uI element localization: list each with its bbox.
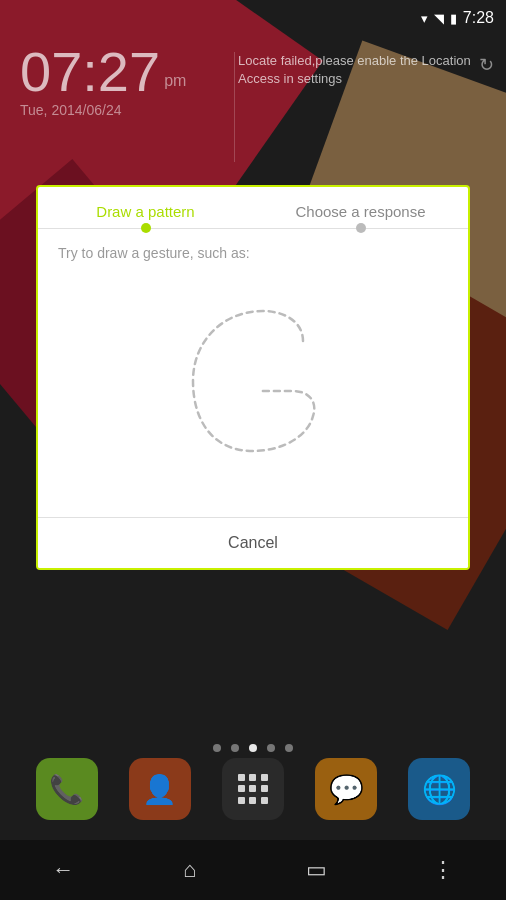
contacts-icon: 👤 (142, 773, 177, 806)
wifi-icon: ▾ (421, 11, 428, 26)
location-error: Locate failed,please enable the Location… (238, 52, 494, 88)
clock-divider (234, 52, 235, 162)
app-contacts[interactable]: 👤 (129, 758, 191, 820)
tab-draw-pattern[interactable]: Draw a pattern (38, 187, 253, 228)
gesture-modal: Draw a pattern Choose a response Try to … (36, 185, 470, 570)
gesture-svg (143, 291, 363, 491)
status-bar: ▾ ◥ ▮ 7:28 (0, 0, 506, 36)
tab-choose-response-label: Choose a response (295, 203, 425, 220)
browser-icon: 🌐 (422, 773, 457, 806)
modal-tabs: Draw a pattern Choose a response (38, 187, 468, 229)
refresh-icon[interactable]: ↻ (479, 54, 494, 76)
grid-icon (238, 774, 268, 804)
phone-icon: 📞 (49, 773, 84, 806)
app-grid[interactable] (222, 758, 284, 820)
location-error-text: Locate failed,please enable the Location… (238, 52, 471, 88)
more-button[interactable]: ⋮ (418, 850, 468, 890)
clock-main: 07:27 pm (20, 44, 186, 100)
battery-icon: ▮ (450, 11, 457, 26)
clock-time: 07:27 (20, 44, 160, 100)
recents-icon: ▭ (306, 857, 327, 883)
chat-icon: 💬 (329, 773, 364, 806)
clock-ampm: pm (164, 72, 186, 90)
app-dock: 📞 👤 💬 🌐 (0, 748, 506, 830)
app-browser[interactable]: 🌐 (408, 758, 470, 820)
cancel-label: Cancel (228, 534, 278, 551)
recents-button[interactable]: ▭ (291, 850, 341, 890)
modal-content: Try to draw a gesture, such as: (38, 229, 468, 517)
back-icon: ← (52, 857, 74, 883)
cancel-button[interactable]: Cancel (38, 517, 468, 568)
status-time: 7:28 (463, 9, 494, 27)
app-phone[interactable]: 📞 (36, 758, 98, 820)
clock-area: 07:27 pm Tue, 2014/06/24 (20, 44, 186, 118)
back-button[interactable]: ← (38, 850, 88, 890)
app-chat[interactable]: 💬 (315, 758, 377, 820)
home-button[interactable]: ⌂ (165, 850, 215, 890)
more-icon: ⋮ (432, 857, 454, 883)
clock-date: Tue, 2014/06/24 (20, 102, 186, 118)
tab-choose-response[interactable]: Choose a response (253, 187, 468, 228)
status-icons: ▾ ◥ ▮ 7:28 (421, 9, 494, 27)
tab-draw-pattern-label: Draw a pattern (96, 203, 194, 220)
modal-hint: Try to draw a gesture, such as: (58, 245, 448, 261)
gesture-area[interactable] (58, 281, 448, 501)
signal-icon: ◥ (434, 11, 444, 26)
home-icon: ⌂ (183, 857, 196, 883)
navigation-bar: ← ⌂ ▭ ⋮ (0, 840, 506, 900)
